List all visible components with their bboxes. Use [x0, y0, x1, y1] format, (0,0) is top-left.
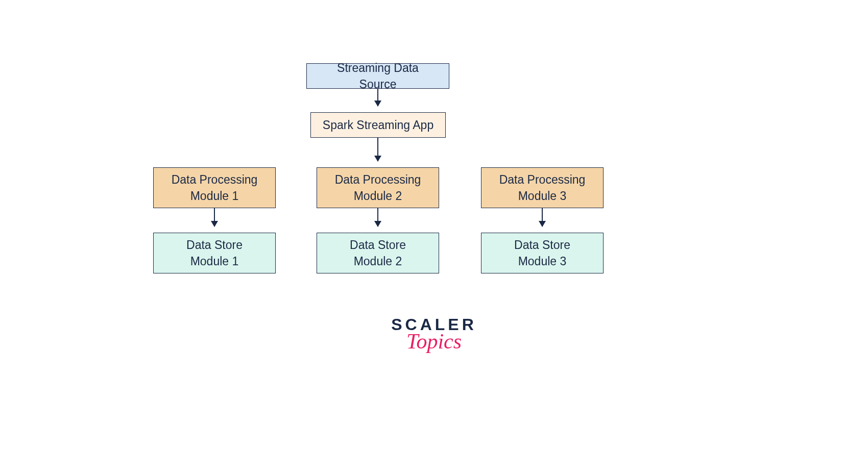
- arrow-icon: [542, 208, 543, 227]
- node-data-store-3: Data Store Module 3: [481, 233, 604, 273]
- node-label: Data Store Module 3: [514, 237, 570, 269]
- arrow-icon: [377, 208, 378, 227]
- arrow-icon: [377, 138, 378, 161]
- node-data-processing-1: Data Processing Module 1: [153, 167, 276, 208]
- arrow-icon: [214, 208, 215, 227]
- node-data-store-2: Data Store Module 2: [317, 233, 439, 273]
- node-label: Data Store Module 2: [350, 237, 406, 269]
- node-label: Data Processing Module 1: [172, 171, 258, 204]
- node-data-processing-3: Data Processing Module 3: [481, 167, 604, 208]
- node-label: Data Store Module 1: [186, 237, 243, 269]
- node-data-processing-2: Data Processing Module 2: [317, 167, 439, 208]
- node-label: Spark Streaming App: [323, 117, 433, 133]
- node-spark-streaming-app: Spark Streaming App: [310, 112, 446, 138]
- node-label: Streaming Data Source: [317, 60, 439, 92]
- node-data-store-1: Data Store Module 1: [153, 233, 276, 273]
- node-streaming-data-source: Streaming Data Source: [306, 63, 449, 89]
- node-label: Data Processing Module 3: [499, 171, 586, 204]
- node-label: Data Processing Module 2: [335, 171, 421, 204]
- arrow-icon: [377, 89, 378, 106]
- diagram-container: Streaming Data Source Spark Streaming Ap…: [0, 0, 868, 476]
- logo: SCALER Topics: [391, 315, 477, 354]
